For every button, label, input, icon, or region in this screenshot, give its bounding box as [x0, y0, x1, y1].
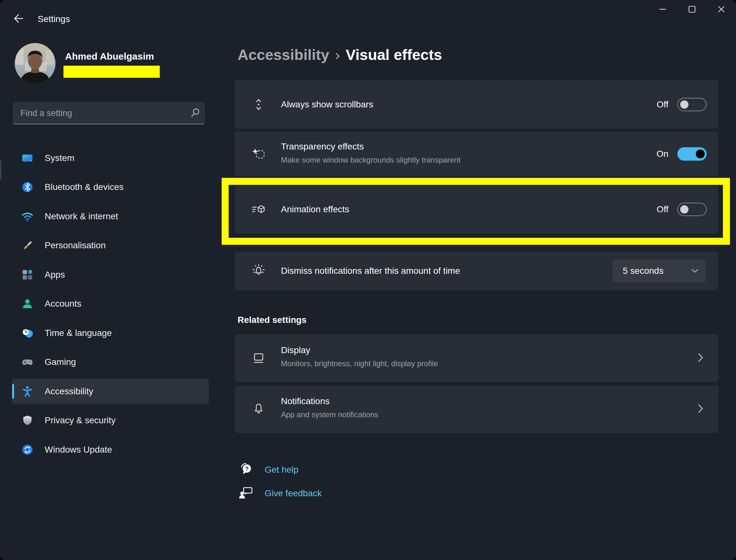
wifi-icon [22, 211, 33, 222]
sidebar-scrollbar[interactable] [0, 160, 1, 180]
user-name: Ahmed Abuelgasim [65, 51, 154, 62]
breadcrumb-parent[interactable]: Accessibility [237, 46, 329, 63]
close-button[interactable] [707, 0, 736, 20]
dismiss-duration-dropdown[interactable]: 5 seconds [613, 260, 705, 282]
sidebar-item-label: Personalisation [45, 240, 106, 251]
setting-title: Dismiss notifications after this amount … [281, 266, 460, 276]
animation-effects-icon [251, 202, 266, 216]
related-card-notifications[interactable]: Notifications App and system notificatio… [235, 386, 718, 433]
sidebar-item-label: System [45, 153, 74, 163]
app-title: Settings [38, 14, 70, 24]
close-icon [717, 5, 725, 15]
setting-row-dismiss-notifications: Dismiss notifications after this amount … [235, 252, 718, 290]
search-icon [185, 107, 204, 119]
shield-icon [22, 415, 33, 426]
sidebar-item-label: Windows Update [45, 445, 112, 455]
maximize-button[interactable] [677, 0, 707, 20]
minimize-button[interactable] [648, 0, 677, 20]
chevron-down-icon [685, 269, 705, 273]
display-icon [251, 351, 266, 365]
email-highlight-annotation [63, 66, 160, 78]
chevron-right-icon [698, 353, 703, 364]
bluetooth-icon [22, 181, 33, 193]
give-feedback-icon [238, 485, 254, 502]
windows-update-icon [22, 444, 33, 455]
sidebar-item-apps[interactable]: Apps [12, 262, 209, 287]
toggle-state-label: On [657, 149, 668, 159]
search-box [13, 102, 205, 124]
settings-window: Settings Ahmed Abuelga [0, 0, 736, 560]
sidebar-item-privacy-security[interactable]: Privacy & security [12, 408, 209, 433]
related-item-subtitle: App and system notifications [281, 410, 379, 419]
avatar [15, 43, 55, 84]
notification-timeout-icon [251, 264, 266, 278]
setting-row-always-show-scrollbars: Always show scrollbars Off [235, 80, 718, 128]
transparency-icon [251, 147, 266, 161]
setting-row-animation-effects: Animation effects Off [235, 185, 718, 233]
transparency-toggle[interactable] [677, 147, 707, 161]
apps-icon [22, 269, 33, 280]
back-arrow-icon [13, 13, 24, 25]
scrollbars-toggle[interactable] [677, 98, 707, 111]
page-title: Visual effects [346, 46, 442, 63]
window-controls [648, 0, 736, 21]
svg-text:?: ? [245, 466, 249, 472]
get-help-icon: ? [238, 462, 254, 478]
selected-accent-bar [12, 384, 14, 399]
toggle-knob [680, 100, 689, 109]
system-icon [22, 152, 33, 164]
breadcrumb-separator: › [329, 46, 346, 63]
paintbrush-icon [22, 240, 33, 251]
back-button[interactable] [11, 12, 25, 26]
sidebar-item-bluetooth-devices[interactable]: Bluetooth & devices [12, 175, 209, 200]
sidebar-item-label: Accessibility [45, 386, 93, 396]
sidebar-item-label: Privacy & security [45, 415, 116, 425]
setting-title: Transparency effects [281, 142, 364, 152]
chevron-right-icon [698, 404, 703, 415]
related-settings-heading: Related settings [237, 315, 306, 325]
scrollbar-icon [251, 98, 266, 112]
breadcrumb: Accessibility›Visual effects [237, 46, 442, 63]
time-language-icon [22, 327, 33, 339]
sidebar-item-gaming[interactable]: Gaming [12, 350, 209, 375]
related-item-title: Notifications [281, 396, 330, 406]
sidebar-item-network-internet[interactable]: Network & internet [12, 204, 209, 229]
setting-row-transparency-effects: Transparency effects Make some window ba… [235, 132, 718, 176]
dropdown-selected-value: 5 seconds [613, 266, 685, 276]
sidebar-item-label: Apps [45, 270, 65, 280]
sidebar-item-label: Gaming [45, 357, 76, 367]
animation-toggle[interactable] [677, 203, 707, 216]
account-person-icon [22, 298, 33, 309]
sidebar-item-label: Time & language [45, 328, 112, 338]
sidebar-item-system[interactable]: System [12, 146, 209, 171]
setting-title: Always show scrollbars [281, 99, 373, 110]
accessibility-icon [22, 386, 33, 397]
sidebar-item-personalisation[interactable]: Personalisation [12, 233, 209, 258]
related-item-subtitle: Monitors, brightness, night light, displ… [281, 359, 438, 368]
sidebar-item-label: Bluetooth & devices [45, 182, 124, 192]
maximize-icon [688, 5, 696, 15]
search-input[interactable] [13, 108, 185, 118]
give-feedback-link[interactable]: Give feedback [238, 485, 322, 502]
bell-icon [251, 402, 266, 416]
gamepad-icon [22, 356, 33, 368]
toggle-knob [696, 149, 705, 158]
setting-subtitle: Make some window backgrounds slightly tr… [281, 156, 461, 164]
sidebar-item-label: Accounts [45, 299, 81, 309]
give-feedback-label: Give feedback [265, 488, 322, 498]
related-item-title: Display [281, 345, 310, 355]
get-help-link[interactable]: ? Get help [238, 462, 298, 478]
get-help-label: Get help [265, 465, 298, 475]
toggle-state-label: Off [657, 99, 668, 110]
sidebar-item-label: Network & internet [45, 211, 118, 222]
minimize-icon [659, 5, 667, 15]
related-card-display[interactable]: Display Monitors, brightness, night ligh… [235, 335, 718, 382]
sidebar-item-windows-update[interactable]: Windows Update [12, 437, 209, 462]
toggle-state-label: Off [657, 204, 668, 215]
setting-title: Animation effects [281, 204, 349, 215]
sidebar-item-accounts[interactable]: Accounts [12, 291, 209, 316]
toggle-knob [680, 205, 689, 214]
sidebar-item-time-language[interactable]: Time & language [12, 321, 209, 345]
sidebar-item-accessibility[interactable]: Accessibility [12, 379, 209, 404]
